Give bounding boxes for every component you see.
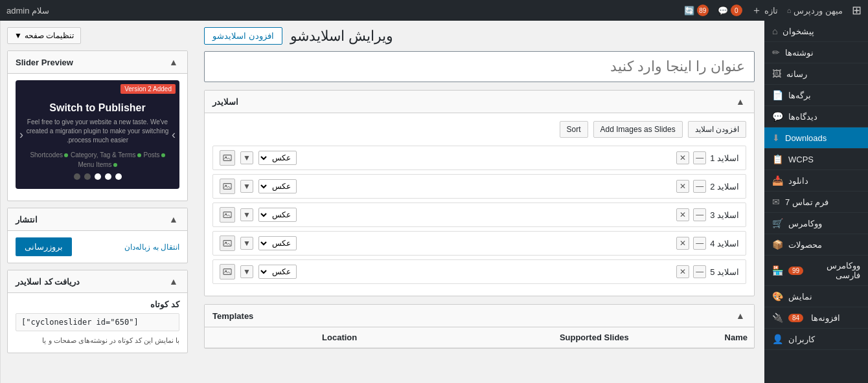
wp-logo-icon[interactable]: ⊞ xyxy=(852,3,862,17)
table-row: اسلاید 3 — ✕ عکس ▼ xyxy=(212,202,746,227)
slide-image-button[interactable] xyxy=(220,235,235,251)
publish-button[interactable]: بروزرسانی xyxy=(16,237,72,256)
sidebar-item-products[interactable]: محصولات 📦 xyxy=(764,234,868,256)
publish-header: ▲ انتشار xyxy=(8,208,187,231)
adminbar-new[interactable]: تازه ＋ xyxy=(751,4,778,17)
add-slide-button[interactable]: افزودن اسلاید xyxy=(688,121,746,138)
templates-col-name: Name xyxy=(635,327,754,348)
slide-minimize-icon[interactable]: — xyxy=(693,180,706,193)
adminbar-updates[interactable]: 89 🔄 xyxy=(684,5,709,16)
slide-type-select[interactable]: عکس xyxy=(258,208,297,222)
adminbar-admin-name[interactable]: سلام admin xyxy=(6,6,49,16)
feature-item: Menu Items xyxy=(78,161,117,168)
slide-close-icon[interactable]: ✕ xyxy=(676,265,689,278)
dot[interactable] xyxy=(95,173,101,180)
move-to-trash-link[interactable]: انتقال به زباله‌دان xyxy=(124,243,179,252)
slider-preview-slide-desc: Feel free to give your website a new tas… xyxy=(25,118,170,145)
slider-title-input[interactable] xyxy=(204,51,755,82)
slides-list: اسلاید 1 — ✕ عکس ▼ xyxy=(212,146,746,284)
slider-section-body: افزودن اسلاید Add Images as Slides Sort … xyxy=(205,113,754,296)
table-row: اسلاید 2 — ✕ عکس ▼ xyxy=(212,174,746,199)
slide-label: اسلاید 1 xyxy=(710,153,739,163)
adminbar-new-label: تازه xyxy=(764,6,778,16)
shortcode-toggle[interactable]: ▲ xyxy=(168,276,179,287)
slider-section-toggle[interactable]: ▲ xyxy=(735,96,746,107)
slide-minimize-icon[interactable]: — xyxy=(693,151,706,164)
sidebar-item-wcps[interactable]: WCPS 📋 xyxy=(764,149,868,170)
slide-type-select[interactable]: عکس xyxy=(258,179,297,193)
sidebar-item-users[interactable]: کاربران 👤 xyxy=(764,329,868,350)
slide-minimize-icon[interactable]: — xyxy=(693,208,706,221)
sidebar-item-label: Downloads xyxy=(785,133,827,143)
dot[interactable] xyxy=(115,173,122,180)
slider-toolbar: افزودن اسلاید Add Images as Slides Sort xyxy=(212,121,746,138)
slide-row-right: اسلاید 1 — ✕ xyxy=(676,151,739,164)
slide-close-icon[interactable]: ✕ xyxy=(676,237,689,250)
sidebar-item-posts[interactable]: نوشته‌ها ✏ xyxy=(764,42,868,63)
slider-preview-toggle[interactable]: ▲ xyxy=(168,56,179,68)
sort-button[interactable]: Sort xyxy=(560,121,588,138)
publish-toggle[interactable]: ▲ xyxy=(168,213,179,225)
sidebar-item-label: نمایش xyxy=(788,292,812,301)
adminbar-site-link[interactable]: میهن وردپرس ⌂ xyxy=(787,6,843,16)
main-layout: پیشخوان ⌂ نوشته‌ها ✏ رسانه 🖼 برگه‌ها 📄 د… xyxy=(0,21,868,383)
sidebar-item-comments[interactable]: دیدگاه‌ها 💬 xyxy=(764,106,868,127)
slide-close-icon[interactable]: ✕ xyxy=(676,151,689,164)
sidebar-item-plugins[interactable]: افزونه‌ها 84 🔌 xyxy=(764,307,868,329)
slide-minimize-icon[interactable]: — xyxy=(693,237,706,250)
woo-fa-badge: 99 xyxy=(788,267,803,275)
publish-body: انتقال به زباله‌دان بروزرسانی xyxy=(8,231,187,263)
slide-minimize-icon[interactable]: — xyxy=(693,265,706,278)
adminbar-comments[interactable]: 0 💬 xyxy=(718,5,742,16)
slide-dropdown-icon[interactable]: ▼ xyxy=(240,180,253,193)
slide-close-icon[interactable]: ✕ xyxy=(676,208,689,221)
sidebar-item-appearance[interactable]: نمایش 🎨 xyxy=(764,286,868,307)
woocommerce-icon: 🛒 xyxy=(772,218,783,228)
slide-type-select[interactable]: عکس xyxy=(258,236,297,250)
sidebar-item-label: رسانه xyxy=(786,69,807,79)
preview-prev-icon[interactable]: ‹ xyxy=(19,128,23,142)
dot[interactable] xyxy=(84,173,91,180)
sidebar-item-dashboard[interactable]: پیشخوان ⌂ xyxy=(764,21,868,42)
templates-section-toggle[interactable]: ▲ xyxy=(735,310,746,322)
dot[interactable] xyxy=(74,173,80,180)
woo-fa-icon: 🏪 xyxy=(772,265,783,276)
page-settings-button[interactable]: تنظیمات صفحه ▼ xyxy=(7,27,81,44)
slide-close-icon[interactable]: ✕ xyxy=(676,180,689,193)
slide-image-button[interactable] xyxy=(220,150,235,166)
sidebar-item-label: کاربران xyxy=(788,334,815,344)
add-slider-button[interactable]: افزودن اسلایدشو xyxy=(204,27,282,45)
sidebar-item-woo-fa[interactable]: ووکامرس فارسی 99 🏪 xyxy=(764,256,868,286)
slide-image-button[interactable] xyxy=(220,264,235,279)
sidebar-item-pages[interactable]: برگه‌ها 📄 xyxy=(764,85,868,106)
slide-row-left: عکس ▼ xyxy=(220,235,297,251)
table-row: اسلاید 5 — ✕ عکس ▼ xyxy=(212,259,746,284)
sidebar-item-media[interactable]: رسانه 🖼 xyxy=(764,63,868,85)
shortcode-title: دریافت کد اسلایدر xyxy=(16,277,80,287)
slide-dropdown-icon[interactable]: ▼ xyxy=(240,265,253,278)
publish-title: انتشار xyxy=(16,215,38,224)
add-images-button[interactable]: Add Images as Slides xyxy=(593,121,683,138)
feature-dot xyxy=(113,163,117,167)
slide-type-select[interactable]: عکس xyxy=(258,151,297,165)
slide-dropdown-icon[interactable]: ▼ xyxy=(240,208,253,221)
main-content: ویرایش اسلایدشو افزودن اسلایدشو ▲ اسلاید… xyxy=(194,21,764,383)
feature-label: Posts xyxy=(144,151,160,159)
slide-image-button[interactable] xyxy=(220,207,235,223)
shortcode-header: ▲ دریافت کد اسلایدر xyxy=(8,270,187,293)
slide-type-select[interactable]: عکس xyxy=(258,265,297,279)
sidebar-item-downloads[interactable]: Downloads ⬇ xyxy=(764,127,868,149)
sidebar-item-woocommerce[interactable]: ووکامرس 🛒 xyxy=(764,213,868,234)
slide-dropdown-icon[interactable]: ▼ xyxy=(240,151,253,164)
slide-dropdown-icon[interactable]: ▼ xyxy=(240,237,253,250)
slide-image-button[interactable] xyxy=(220,179,235,194)
dot[interactable] xyxy=(105,173,111,180)
shortcode-value[interactable]: ["cycloneslider id="650"] xyxy=(16,313,179,331)
adminbar-updates-icon: 🔄 xyxy=(684,6,694,16)
download2-icon: 📥 xyxy=(772,175,783,186)
preview-next-icon[interactable]: › xyxy=(172,128,176,142)
adminbar-comments-badge: 0 xyxy=(731,5,742,16)
sidebar-item-download2[interactable]: دانلود 📥 xyxy=(764,170,868,192)
sidebar: پیشخوان ⌂ نوشته‌ها ✏ رسانه 🖼 برگه‌ها 📄 د… xyxy=(764,21,868,383)
sidebar-item-contact7[interactable]: فرم تماس 7 ✉ xyxy=(764,192,868,213)
